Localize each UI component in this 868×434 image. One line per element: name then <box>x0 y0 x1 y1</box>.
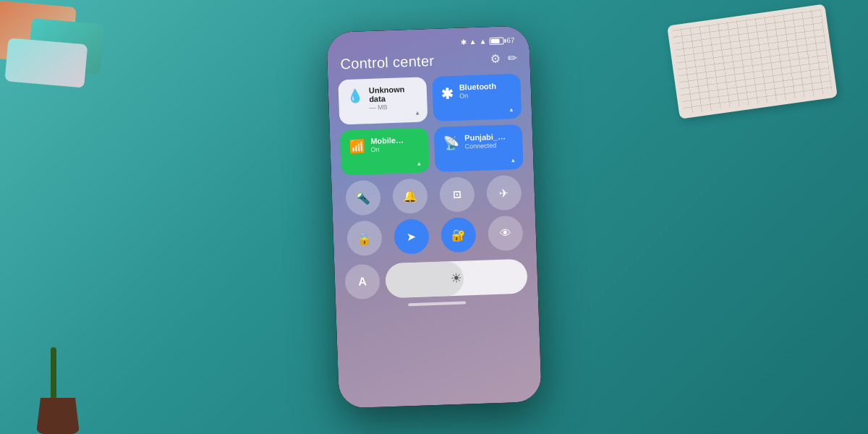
bluetooth-status-icon: ✱ <box>460 38 466 46</box>
battery-indicator <box>489 37 503 45</box>
wifi-tile[interactable]: 📡 Punjabi_… Connected ▲ <box>434 124 524 172</box>
wifi-status-icon: ▲ <box>479 37 486 45</box>
brightness-slider[interactable]: ☀ <box>385 259 528 299</box>
unknown-data-signal: ▲ <box>414 110 420 116</box>
eye-button[interactable]: 👁 <box>488 216 524 252</box>
mobile-tile[interactable]: 📶 Mobile… On ▲ <box>340 127 430 175</box>
control-center-title: Control center <box>340 53 435 73</box>
round-buttons-row1: 🔦 🔔 ⊡ ✈ <box>341 175 525 216</box>
brightness-icon: ☀ <box>451 271 463 287</box>
notification-icon: 🔔 <box>402 189 417 203</box>
bluetooth-tile[interactable]: ✱ Bluetooth On ▲ <box>432 74 522 122</box>
decorative-cards <box>0 0 149 114</box>
phone-screen: ✱ ▲ ▲ 67 Control center ⚙ ✏ <box>326 25 542 408</box>
unknown-data-sub: — MB <box>370 103 419 111</box>
screen-lock-button[interactable]: 🔐 <box>441 217 477 253</box>
location-button[interactable]: ➤ <box>393 218 430 255</box>
bluetooth-signal: ▲ <box>509 106 514 113</box>
battery-fill <box>490 38 500 43</box>
font-button[interactable]: A <box>344 264 380 300</box>
wifi-info: Punjabi_… Connected <box>464 132 506 150</box>
phone: ✱ ▲ ▲ 67 Control center ⚙ ✏ <box>326 25 542 408</box>
mobile-sub: On <box>371 145 404 153</box>
settings-icon[interactable]: ⚙ <box>490 52 501 66</box>
plant-pot <box>36 398 80 434</box>
wifi-icon: 📡 <box>443 135 459 152</box>
bluetooth-sub: On <box>459 91 497 100</box>
unknown-data-info: Unknown data — MB <box>369 85 419 111</box>
eye-icon: 👁 <box>499 226 511 240</box>
home-indicator[interactable] <box>408 302 466 307</box>
flashlight-icon: 🔦 <box>355 191 370 205</box>
bluetooth-tile-name: Bluetooth <box>459 82 497 92</box>
round-buttons-row2: 🔒 ➤ 🔐 👁 <box>343 216 527 257</box>
lock-icon: 🔒 <box>357 231 372 246</box>
wifi-signal: ▲ <box>510 157 516 163</box>
unknown-data-icon: 💧 <box>347 88 364 104</box>
font-label: A <box>358 275 367 288</box>
screenshot-button[interactable]: ⊡ <box>439 176 475 213</box>
plant <box>22 253 109 434</box>
wifi-sub: Connected <box>464 141 506 150</box>
flashlight-button[interactable]: 🔦 <box>345 180 381 216</box>
notification-button[interactable]: 🔔 <box>392 178 428 214</box>
mobile-tile-name: Mobile… <box>370 135 404 145</box>
unknown-data-name: Unknown data <box>369 85 419 103</box>
screenshot-icon: ⊡ <box>452 189 461 200</box>
battery-percent: 67 <box>506 36 515 44</box>
mobile-icon: 📶 <box>349 138 365 155</box>
card3 <box>4 38 88 88</box>
wifi-tile-name: Punjabi_… <box>464 132 506 142</box>
airplane-icon: ✈ <box>499 186 509 200</box>
airplane-button[interactable]: ✈ <box>486 175 522 211</box>
bottom-section: A ☀ <box>344 259 528 300</box>
unknown-data-tile[interactable]: 💧 Unknown data — MB ▲ <box>338 77 427 124</box>
screen-lock-icon: 🔐 <box>451 228 466 242</box>
signal-status-icon: ▲ <box>469 38 476 46</box>
mobile-info: Mobile… On <box>370 135 404 153</box>
scene: ✱ ▲ ▲ 67 Control center ⚙ ✏ <box>0 0 868 434</box>
lock-button[interactable]: 🔒 <box>346 221 383 257</box>
mobile-signal: ▲ <box>416 161 422 167</box>
header-icons: ⚙ ✏ <box>490 51 517 66</box>
quick-tiles: 💧 Unknown data — MB ▲ ✱ Bluetooth On <box>338 74 523 176</box>
location-icon: ➤ <box>407 229 417 243</box>
phone-wrapper: ✱ ▲ ▲ 67 Control center ⚙ ✏ <box>326 25 542 408</box>
bluetooth-info: Bluetooth On <box>459 82 497 100</box>
bluetooth-icon: ✱ <box>441 85 454 103</box>
edit-icon[interactable]: ✏ <box>507 51 517 65</box>
